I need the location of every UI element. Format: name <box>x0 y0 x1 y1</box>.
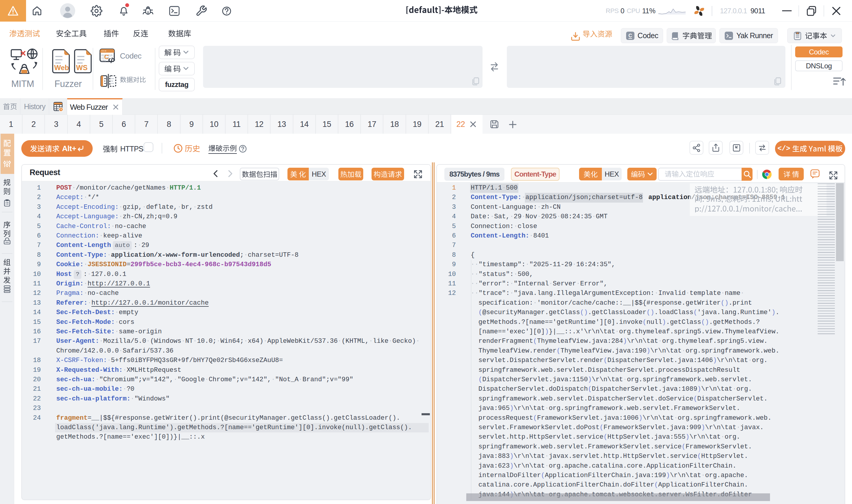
svg-text:C: C <box>628 33 632 38</box>
svg-text:WS: WS <box>76 64 88 72</box>
svg-text:C: C <box>104 53 109 61</box>
svg-text:Web: Web <box>54 64 69 72</box>
